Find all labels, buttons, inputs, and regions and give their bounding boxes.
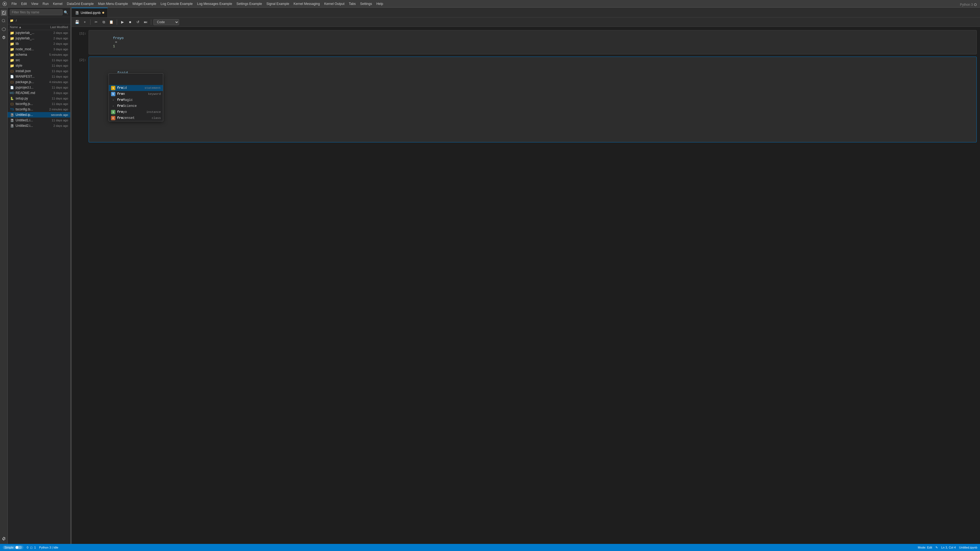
cell-content-2[interactable]: froid = 'cold' fro sfroidstatementkfromk… — [89, 57, 977, 142]
autocomplete-item[interactable]: ·froMagic — [109, 97, 163, 103]
copy-button[interactable]: ⧉ — [100, 19, 107, 25]
activity-extensions[interactable] — [1, 26, 7, 32]
file-name: jupyterlab_... — [16, 37, 41, 40]
file-name: Untitled1.i... — [16, 118, 41, 122]
menu-kernel[interactable]: Kernel — [51, 2, 65, 6]
svg-point-1 — [4, 3, 5, 5]
status-filename: Untitled.ipynb — [959, 546, 977, 549]
file-item[interactable]: MDREADME.md3 days ago — [8, 90, 70, 96]
file-modified: 2 days ago — [41, 124, 68, 127]
file-name: README.md — [16, 91, 41, 95]
search-icon[interactable]: 🔍 — [64, 10, 68, 14]
ac-badge: i — [111, 110, 115, 114]
sidebar-root-path[interactable]: 📁 / — [8, 17, 70, 24]
file-item[interactable]: 📓Untitled1.i...11 days ago — [8, 118, 70, 123]
menu-file[interactable]: File — [9, 2, 19, 6]
cut-button[interactable]: ✂ — [93, 19, 99, 25]
toggle-knob[interactable] — [15, 546, 22, 549]
menu-edit[interactable]: Edit — [19, 2, 29, 6]
file-item[interactable]: { }install.json11 days ago — [8, 68, 70, 74]
column-modified[interactable]: Last Modified — [41, 25, 68, 29]
file-item[interactable]: 📁node_mod...3 days ago — [8, 46, 70, 52]
file-name: tsconfig.ts... — [16, 107, 41, 111]
column-name[interactable]: Name ▲ — [10, 25, 41, 29]
notebook-tab-untitled[interactable]: 📓 Untitled.ipynb — [72, 8, 108, 17]
menu-kernel-output[interactable]: Kernel Output — [322, 2, 347, 6]
file-item[interactable]: 🐍setup.py11 days ago — [8, 96, 70, 101]
restart-button[interactable]: ↺ — [135, 19, 141, 25]
file-item[interactable]: 📁src11 days ago — [8, 57, 70, 63]
file-item[interactable]: TStsconfig.ts...2 minutes ago — [8, 106, 70, 112]
cell-content-1[interactable]: froyo = 1 — [89, 30, 977, 54]
menu-signal[interactable]: Signal Example — [264, 2, 291, 6]
menu-run[interactable]: Run — [40, 2, 51, 6]
menu-settings[interactable]: Settings — [358, 2, 374, 6]
menu-widget[interactable]: Widget Example — [130, 2, 158, 6]
menu-logconsole[interactable]: Log Console Example — [158, 2, 195, 6]
file-name: node_mod... — [16, 47, 41, 51]
file-item[interactable]: 📁schema5 minutes ago — [8, 52, 70, 57]
menu-view[interactable]: View — [29, 2, 40, 6]
add-cell-button[interactable]: + — [81, 19, 88, 25]
file-modified: 11 days ago — [41, 102, 68, 105]
file-item[interactable]: { }package.js...4 minutes ago — [8, 79, 70, 85]
file-item[interactable]: 📁lib2 days ago — [8, 41, 70, 46]
filter-input[interactable] — [10, 9, 63, 15]
status-kernel[interactable]: Python 3 | Idle — [39, 546, 58, 549]
autocomplete-item[interactable]: ifroyoinstance — [109, 109, 163, 115]
run-button[interactable]: ▶ — [119, 19, 126, 25]
cell-row-2: [2]: froid = 'cold' fro sfroidstatement — [72, 57, 980, 142]
file-item[interactable]: 📄MANIFEST...11 days ago — [8, 74, 70, 79]
save-button[interactable]: 💾 — [74, 19, 80, 25]
code-op-1: = — [113, 40, 119, 44]
activity-debug[interactable] — [1, 35, 7, 40]
notebook-area: 📓 Untitled.ipynb Python 3 💾 + ✂ ⧉ 📋 ▶ ■ … — [72, 8, 980, 544]
autocomplete-item[interactable]: sfroidstatement — [109, 85, 163, 91]
activity-files[interactable] — [1, 10, 7, 16]
file-name: package.js... — [16, 80, 41, 84]
status-edit-icon: ✎ — [935, 546, 938, 549]
file-name: style — [16, 64, 41, 68]
menu-tabs[interactable]: Tabs — [347, 2, 358, 6]
file-item[interactable]: 📁style11 days ago — [8, 63, 70, 68]
file-modified: 2 days ago — [41, 42, 68, 45]
ac-label: frozenset — [117, 116, 150, 120]
code-var-froyo: froyo — [113, 36, 124, 40]
ac-label: froyo — [117, 110, 145, 114]
cell-type-select[interactable]: Code Markdown Raw — [153, 19, 179, 25]
restart-run-button[interactable]: ⏭ — [142, 19, 149, 25]
filter-bar: 🔍 — [8, 8, 70, 17]
simple-label: Simple — [5, 546, 14, 549]
file-name: install.json — [16, 69, 41, 73]
menu-kernel-messaging[interactable]: Kernel Messaging — [291, 2, 322, 6]
autocomplete-item[interactable]: ·froScience — [109, 103, 163, 109]
autocomplete-item[interactable]: kfromkeyword — [109, 91, 163, 97]
ac-badge: c — [111, 116, 115, 120]
file-modified: 4 minutes ago — [41, 80, 68, 84]
cell-number-1: [1]: — [75, 30, 89, 35]
file-item[interactable]: 📁jupyterlab_...2 days ago — [8, 30, 70, 35]
status-bar: Simple 0 ◻ 1 Python 3 | Idle Mode: Edit … — [0, 544, 980, 551]
file-name: Untitled2.i... — [16, 124, 41, 128]
simple-mode-toggle[interactable]: Simple — [3, 546, 24, 549]
file-modified: 11 days ago — [41, 86, 68, 89]
stop-button[interactable]: ■ — [127, 19, 134, 25]
activity-settings[interactable] — [1, 536, 7, 542]
menu-help[interactable]: Help — [374, 2, 385, 6]
menu-logmessages[interactable]: Log Messages Example — [195, 2, 234, 6]
menu-datagrid[interactable]: DataGrid Example — [65, 2, 96, 6]
menu-settings-example[interactable]: Settings Example — [234, 2, 264, 6]
ac-label: froMagic — [117, 98, 161, 102]
file-item[interactable]: 📓Untitled2.i...2 days ago — [8, 123, 70, 129]
paste-button[interactable]: 📋 — [108, 19, 115, 25]
autocomplete-dropdown: sfroidstatementkfromkeyword·froMagic·fro… — [108, 73, 163, 121]
file-item[interactable]: 📓Untitled.ip...seconds ago — [8, 112, 70, 118]
file-item[interactable]: 📄pyproject.t...11 days ago — [8, 85, 70, 90]
file-item[interactable]: 📁jupyterlab_...2 days ago — [8, 35, 70, 41]
menu-mainmenu[interactable]: Main Menu Example — [96, 2, 130, 6]
cell-row-1: [1]: froyo = 1 — [72, 30, 980, 54]
file-modified: 11 days ago — [41, 70, 68, 73]
autocomplete-item[interactable]: cfrozensetclass — [109, 115, 163, 121]
activity-search[interactable] — [1, 18, 7, 24]
file-item[interactable]: { }tsconfig.js...11 days ago — [8, 101, 70, 106]
